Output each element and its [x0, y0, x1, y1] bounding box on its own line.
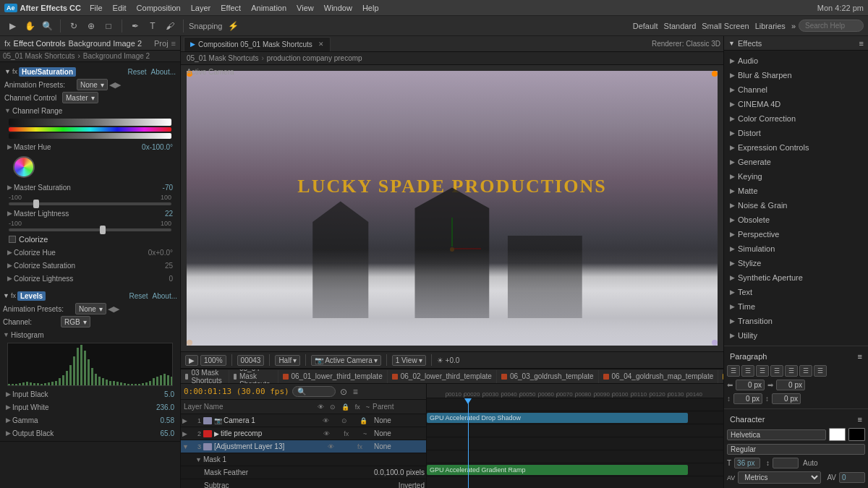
- l3-fx[interactable]: fx: [357, 443, 362, 450]
- channel-range-expand[interactable]: ▼: [4, 107, 11, 114]
- hue-sat-reset[interactable]: Reset: [127, 68, 146, 76]
- effect-breadcrumb-layer[interactable]: Background Image 2: [83, 52, 150, 60]
- effect-stylize[interactable]: ▶ Stylize: [724, 256, 868, 270]
- composition-viewer[interactable]: Active Camera LUCKY SPADE PRODUCTIONS: [181, 65, 723, 351]
- menu-help[interactable]: Help: [362, 4, 379, 12]
- tl-tab-07[interactable]: 07_120_fps_composition: [718, 370, 723, 383]
- tl-solo-btn[interactable]: ⊙: [339, 385, 349, 398]
- search-help-input[interactable]: [799, 20, 864, 32]
- levels-anim-right[interactable]: ▶: [114, 304, 119, 314]
- menu-window[interactable]: Window: [324, 4, 352, 12]
- align-left[interactable]: ☰: [727, 365, 740, 377]
- select-tool[interactable]: ▶: [4, 18, 20, 34]
- character-menu[interactable]: ≡: [858, 415, 862, 424]
- output-black-value[interactable]: 65.0: [138, 429, 174, 437]
- frame-number[interactable]: 00043: [237, 355, 265, 366]
- master-light-expand[interactable]: ▶: [7, 210, 12, 217]
- levels-anim-dropdown[interactable]: None ▾: [75, 303, 106, 314]
- hue-sat-anim-dropdown[interactable]: None ▾: [77, 79, 108, 90]
- effects-menu[interactable]: ≡: [859, 39, 864, 48]
- mask-feather-value[interactable]: 0.0,100.0 pixels: [374, 468, 425, 476]
- hue-sat-expand[interactable]: ▼: [4, 68, 11, 75]
- levels-anim-left[interactable]: ◀: [108, 304, 114, 314]
- sat-slider-thumb[interactable]: [33, 200, 39, 208]
- colorize-checkbox[interactable]: [9, 236, 16, 243]
- rotation-tool[interactable]: ↻: [66, 18, 82, 34]
- hue-sat-title[interactable]: Hue/Saturation: [19, 67, 76, 77]
- text-color-swatch[interactable]: [829, 428, 846, 441]
- colorize-hue-value[interactable]: 0x+0.0°: [137, 249, 173, 257]
- l1-eye[interactable]: 👁: [323, 417, 329, 424]
- l1-solo[interactable]: ⊙: [341, 417, 347, 424]
- levels-title[interactable]: Levels: [17, 291, 46, 301]
- l2-motion[interactable]: ~: [363, 430, 367, 437]
- effect-noise[interactable]: ▶ Noise & Grain: [724, 198, 868, 213]
- hue-sat-anim-right[interactable]: ▶: [115, 80, 121, 90]
- effect-matte[interactable]: ▶ Matte: [724, 184, 868, 198]
- quality-dropdown[interactable]: Half ▾: [275, 355, 300, 366]
- kern-dropdown[interactable]: Metrics Optical: [738, 471, 821, 484]
- light-slider-thumb[interactable]: [100, 226, 106, 234]
- layer3-name[interactable]: [Adjustment Layer 13]: [214, 442, 316, 450]
- input-black-expand[interactable]: ▶: [6, 390, 11, 398]
- col-sat-expand[interactable]: ▶: [7, 262, 12, 269]
- align-right[interactable]: ☰: [756, 365, 769, 377]
- workspace-default[interactable]: Default: [633, 22, 658, 30]
- tl-layer-3[interactable]: ▼ 3 [Adjustment Layer 13] 👁 fx None: [181, 440, 426, 453]
- tl-tab-0602[interactable]: 06_02_lower_third_template: [388, 370, 497, 383]
- hue-wheel[interactable]: [13, 156, 35, 178]
- effect-text[interactable]: ▶ Text: [724, 285, 868, 299]
- snapping-toggle[interactable]: ⚡: [226, 18, 242, 34]
- indent-input-4[interactable]: [772, 393, 801, 404]
- camera-dropdown[interactable]: 📷 Active Camera ▾: [311, 355, 381, 366]
- tl-layer-2[interactable]: ▶ 2 ▶ title precomp 👁 fx ~ None: [181, 427, 426, 440]
- colorize-sat-value[interactable]: 25: [137, 262, 173, 270]
- layer1-parent[interactable]: None: [374, 416, 425, 424]
- menu-edit[interactable]: Edit: [113, 4, 127, 12]
- tl-layer-1[interactable]: ▶ 1 📷 Camera 1 👁 ⊙ 🔒 None: [181, 414, 426, 427]
- menu-layer[interactable]: Layer: [191, 4, 211, 12]
- panel-menu-icon[interactable]: ≡: [171, 39, 176, 48]
- master-sat-value[interactable]: -70: [137, 184, 173, 192]
- levels-about[interactable]: About...: [153, 292, 177, 300]
- hue-sat-about[interactable]: About...: [151, 68, 176, 76]
- align-r2[interactable]: ☰: [799, 365, 812, 377]
- output-black-expand[interactable]: ▶: [6, 429, 11, 437]
- light-slider[interactable]: [9, 228, 171, 231]
- comp-tab-close[interactable]: ✕: [318, 40, 324, 48]
- gamma-value[interactable]: 0.58: [138, 416, 174, 424]
- tl-tab-0603[interactable]: 06_03_goldrush_template: [497, 370, 599, 383]
- effect-audio[interactable]: ▶ Audio: [724, 53, 868, 68]
- effect-color-correction[interactable]: ▶ Color Correction: [724, 111, 868, 126]
- workspace-libraries[interactable]: Libraries: [755, 22, 786, 30]
- tl-options-btn[interactable]: ≡: [352, 385, 359, 398]
- effect-channel[interactable]: ▶ Channel: [724, 82, 868, 97]
- input-white-value[interactable]: 236.0: [138, 403, 174, 411]
- effect-generate[interactable]: ▶ Generate: [724, 155, 868, 169]
- effect-controls-tab[interactable]: Effect Controls: [14, 39, 66, 48]
- layer1-expand[interactable]: ▶: [182, 417, 191, 424]
- effect-distort[interactable]: ▶ Distort: [724, 126, 868, 140]
- layer2-name[interactable]: title precomp: [221, 429, 316, 437]
- tl-tab-0601[interactable]: 06_01_lower_third_template: [278, 370, 388, 383]
- comp-tab-open[interactable]: ▶ Composition 05_01 Mask Shortcuts ✕: [184, 37, 331, 51]
- menu-animation[interactable]: Animation: [251, 4, 286, 12]
- align-center[interactable]: ☰: [741, 365, 754, 377]
- layer2-expand[interactable]: ▶: [182, 430, 191, 437]
- col-hue-expand[interactable]: ▶: [7, 249, 12, 256]
- track-bar-drop-shadow[interactable]: GPU Accelerated Drop Shadow: [427, 413, 688, 423]
- brush-tool[interactable]: 🖌: [162, 18, 178, 34]
- effect-breadcrumb-comp[interactable]: 05_01 Mask Shortcuts: [3, 52, 75, 60]
- views-dropdown[interactable]: 1 View ▾: [392, 355, 426, 366]
- align-r3[interactable]: ☰: [814, 365, 827, 377]
- levels-expand[interactable]: ▼: [3, 292, 9, 299]
- effect-transition[interactable]: ▶ Transition: [724, 314, 868, 328]
- indent-input-2[interactable]: [776, 380, 805, 390]
- track-bar-grad-ramp[interactable]: GPU Accelerated Gradient Ramp: [427, 465, 688, 475]
- hand-tool[interactable]: ✋: [22, 18, 38, 34]
- tracking-input[interactable]: [839, 472, 865, 483]
- effect-cinema4d[interactable]: ▶ CINEMA 4D: [724, 97, 868, 111]
- workspace-expand[interactable]: »: [791, 22, 796, 30]
- workspace-small-screen[interactable]: Small Screen: [702, 22, 749, 30]
- anchor-tool[interactable]: ⊕: [83, 18, 99, 34]
